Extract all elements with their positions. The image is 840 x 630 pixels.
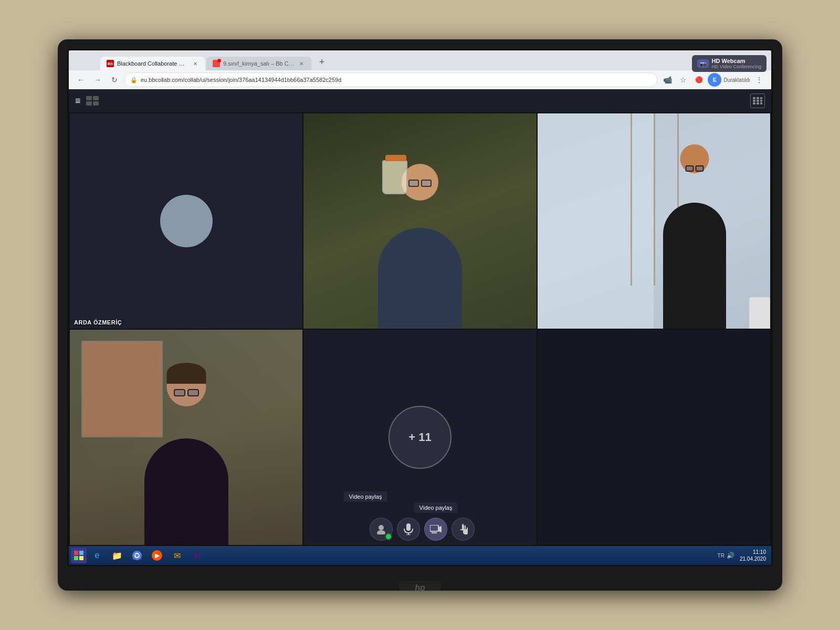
video-cell-person1 (303, 113, 536, 329)
toolbar-right-icons: 📹 ☆ 🔴 E Duraklatıldı ⋮ (660, 73, 766, 87)
tab2-label: 9.sınıf_kimya_salı – Bb Collab... (223, 60, 295, 67)
profile-button[interactable]: E (708, 73, 721, 87)
monitor-screen: Bb Blackboard Collaborate Ultra – C... ✕… (67, 49, 773, 566)
tab1-close[interactable]: ✕ (192, 60, 199, 67)
browser-tab-1[interactable]: Bb Blackboard Collaborate Ultra – C... ✕ (100, 57, 205, 70)
share-video-tooltip: Video paylaş (414, 502, 458, 513)
tab1-label: Blackboard Collaborate Ultra – C... (117, 60, 188, 67)
participant-avatar (160, 195, 213, 247)
svg-rect-3 (93, 101, 99, 106)
chrome-icon (132, 550, 142, 561)
svg-rect-25 (79, 556, 83, 560)
extensions-icon[interactable]: 🔴 (692, 73, 706, 87)
share-video-button[interactable]: Video paylaş (424, 518, 447, 541)
raise-hand-button[interactable] (452, 518, 475, 541)
taskbar-chrome[interactable] (128, 548, 146, 563)
bookmark-icon[interactable]: ☆ (676, 73, 690, 87)
browser-tabs: Bb Blackboard Collaborate Ultra – C... ✕… (69, 50, 771, 70)
svg-point-13 (178, 208, 195, 225)
svg-rect-24 (74, 556, 78, 560)
monitor-brand: hp (399, 583, 441, 593)
refresh-button[interactable]: ↻ (108, 73, 121, 87)
webcam-icon: 📷 (697, 59, 709, 68)
taskbar-right: TR 🔊 11:10 21.04.2020 (718, 549, 769, 562)
pause-label: Duraklatıldı (723, 77, 750, 83)
user-status-badge (385, 533, 392, 540)
taskbar-language: TR (718, 553, 724, 559)
more-count-label: + 11 (408, 430, 431, 444)
svg-point-16 (377, 530, 385, 534)
new-tab-button[interactable]: + (314, 55, 329, 69)
webcam-label: HD Webcam (712, 58, 761, 64)
svg-point-14 (174, 227, 199, 239)
back-button[interactable]: ← (74, 73, 88, 87)
folder-icon: 📁 (112, 550, 122, 561)
tab2-close[interactable]: ✕ (298, 60, 305, 67)
monitor: 📷 HD Webcam HD Video Conferencing Bb Bla… (58, 39, 782, 591)
more-participants-circle: + 11 (388, 406, 452, 469)
svg-rect-17 (406, 523, 411, 531)
lock-icon: 🔒 (130, 77, 138, 83)
svg-rect-5 (757, 97, 759, 99)
participant-button[interactable] (370, 518, 393, 541)
mail-icon: ✉ (172, 550, 182, 561)
bb-menu-button[interactable]: ≡ (75, 96, 81, 107)
windows-taskbar: e 📁 ▶ ✉ (69, 546, 771, 565)
video-share-tooltip: Video paylaş (344, 491, 387, 502)
webcam-sublabel: HD Video Conferencing (712, 64, 761, 69)
monitor-stand: hp (399, 581, 441, 591)
address-bar[interactable]: 🔒 eu.bbcollab.com/collab/ui/session/join… (124, 72, 657, 87)
video-cell-empty (538, 330, 770, 545)
video-cell-person3 (70, 330, 302, 545)
start-button[interactable] (71, 548, 87, 563)
svg-rect-23 (79, 551, 83, 555)
svg-rect-1 (93, 96, 99, 100)
yahoo-icon: Y! (192, 550, 202, 561)
address-text: eu.bbcollab.com/collab/ui/session/join/3… (141, 77, 341, 83)
browser-tab-2[interactable]: 9.sınıf_kimya_salı – Bb Collab... ✕ (206, 57, 311, 70)
svg-rect-9 (760, 100, 762, 102)
recording-dot (217, 59, 221, 62)
svg-rect-0 (86, 96, 92, 100)
svg-rect-22 (74, 551, 78, 555)
browser-toolbar: ← → ↻ 🔒 eu.bbcollab.com/collab/ui/sessio… (69, 70, 771, 89)
forward-button[interactable]: → (91, 73, 104, 87)
taskbar-media[interactable]: ▶ (148, 548, 166, 563)
taskbar-mail[interactable]: ✉ (167, 548, 186, 563)
bb-app: ≡ (69, 89, 771, 546)
svg-rect-7 (753, 100, 755, 102)
webcam-badge: 📷 HD Webcam HD Video Conferencing (692, 55, 766, 72)
hamburger-icon: ≡ (75, 96, 81, 107)
tab2-favicon (213, 60, 220, 67)
svg-rect-2 (86, 101, 92, 106)
svg-rect-20 (430, 525, 438, 531)
taskbar-clock: 11:10 21.04.2020 (737, 549, 769, 562)
bb-logo-icon (86, 96, 99, 106)
svg-rect-11 (757, 102, 759, 104)
svg-rect-4 (753, 97, 755, 99)
taskbar-folder[interactable]: 📁 (108, 548, 127, 563)
taskbar-ie[interactable]: e (88, 548, 107, 563)
participant-name-arda: ARDA ÖZMERİÇ (74, 319, 122, 326)
browser-chrome: Bb Blackboard Collaborate Ultra – C... ✕… (69, 50, 771, 89)
svg-point-28 (135, 554, 139, 557)
more-menu-button[interactable]: ⋮ (752, 73, 766, 87)
bb-bottombar: Video paylaş (365, 518, 475, 541)
svg-rect-6 (760, 97, 762, 99)
svg-rect-12 (760, 102, 762, 104)
media-icon: ▶ (152, 550, 162, 561)
svg-rect-8 (757, 100, 759, 102)
monitor-base (368, 566, 472, 581)
svg-point-15 (379, 525, 384, 530)
tab1-favicon: Bb (107, 60, 114, 67)
svg-rect-10 (753, 102, 755, 104)
camera-toolbar-icon[interactable]: 📹 (660, 73, 674, 87)
microphone-button[interactable] (397, 518, 420, 541)
video-cell-person2 (538, 113, 770, 329)
taskbar-volume-icon[interactable]: 🔊 (727, 552, 734, 559)
video-cell-arda: ARDA ÖZMERİÇ (70, 113, 302, 329)
ie-icon: e (92, 550, 102, 561)
bb-topbar: ≡ (69, 89, 771, 112)
grid-view-button[interactable] (750, 93, 765, 108)
taskbar-yahoo[interactable]: Y! (187, 548, 206, 563)
